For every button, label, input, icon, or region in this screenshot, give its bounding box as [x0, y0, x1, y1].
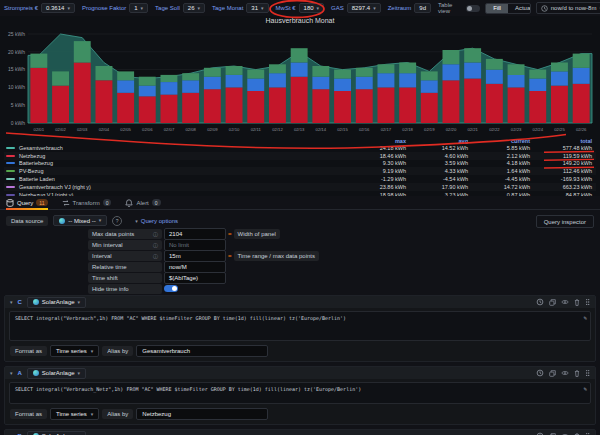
bar-segment-netzbezug: [529, 91, 546, 123]
copy-icon[interactable]: [549, 370, 556, 377]
x-axis-tick-label: 02/26: [576, 127, 587, 132]
edit-pencil-icon[interactable]: ✎: [583, 314, 587, 321]
x-axis-tick-label: 02/13: [294, 127, 305, 132]
query-card-c: ▾CSolarAnlage▾SELECT integral("Verbrauch…: [4, 295, 596, 362]
alias-input[interactable]: Gesamtverbrauch: [136, 345, 268, 357]
variable-value-dropdown[interactable]: 8297.4▾: [347, 3, 381, 13]
eye-icon[interactable]: [561, 299, 569, 305]
grip-icon[interactable]: [585, 369, 590, 377]
time-shift-input[interactable]: $(AblTage): [164, 272, 226, 284]
x-axis-tick-label: 02/02: [55, 127, 66, 132]
x-axis-tick-label: 02/15: [337, 127, 348, 132]
grip-icon[interactable]: [585, 298, 590, 306]
bar-segment-pv-bezug: [443, 50, 460, 64]
variable-value-dropdown[interactable]: 180▾: [299, 3, 325, 13]
query-card-header[interactable]: ▾BSolarAnlage▾: [5, 430, 595, 435]
query-options-toggle[interactable]: ▾ Query options: [135, 218, 178, 224]
query-inspector-button[interactable]: Query inspector: [536, 215, 594, 228]
tab-alert[interactable]: Alert0: [125, 196, 160, 209]
series-name[interactable]: Gesamtverbrauch VJ (right y): [19, 184, 348, 190]
sql-query-input[interactable]: SELECT integral("Verbrauch",1h) FROM "AC…: [9, 311, 591, 341]
series-name[interactable]: Batterie Laden: [19, 176, 348, 182]
table-view-toggle[interactable]: [466, 5, 480, 12]
series-name[interactable]: PV-Bezug: [19, 168, 348, 174]
variable-value-dropdown[interactable]: 31▾: [246, 3, 268, 13]
legend-column-current[interactable]: current: [472, 138, 534, 144]
eye-icon[interactable]: [561, 370, 569, 376]
y-axis-tick-label: 10 kWh: [8, 84, 25, 90]
tab-label: Query: [17, 200, 33, 206]
legend-cell-current: 2.12 kWh: [472, 153, 534, 159]
series-color-swatch[interactable]: [6, 170, 15, 172]
format-as-value: Time series: [56, 411, 87, 417]
x-axis-tick-label: 02/19: [424, 127, 435, 132]
format-as-select[interactable]: Time series▾: [50, 408, 99, 420]
query-card-header[interactable]: ▾ASolarAnlage▾: [5, 367, 595, 379]
series-name[interactable]: Netzbezug: [19, 153, 348, 159]
legend-row: Batterie Laden-1.29 kWh-4.54 kWh-4.45 kW…: [4, 175, 596, 183]
alias-input[interactable]: Netzbezug: [136, 408, 268, 420]
variable-label: GAS: [331, 5, 344, 11]
bar-segment-pv-bezug: [226, 66, 243, 75]
series-name[interactable]: Gesamtverbrauch: [19, 145, 348, 151]
legend-cell-max: 9.19 kWh: [348, 168, 410, 174]
collapse-chevron-icon[interactable]: ▾: [10, 370, 13, 376]
tab-count-badge: 11: [36, 199, 47, 206]
copy-icon[interactable]: [549, 299, 556, 306]
query-datasource-picker[interactable]: SolarAnlage▾: [27, 368, 86, 379]
legend-cell-total: 577.48 kWh: [534, 145, 596, 151]
interval-label: Intervalⓘ: [88, 251, 162, 261]
variable-list: Strompreis €0.3614▾Prognose Faktor1▾Tage…: [4, 3, 431, 13]
series-color-swatch[interactable]: [6, 155, 15, 157]
variable-value-dropdown[interactable]: 1▾: [129, 3, 148, 13]
interval-input[interactable]: 15m: [164, 250, 226, 262]
tab-transform[interactable]: Transform0: [62, 196, 112, 209]
trash-icon[interactable]: [574, 370, 580, 377]
max-data-points-input[interactable]: 2104: [164, 228, 226, 240]
series-color-swatch[interactable]: [6, 162, 15, 164]
hide-time-info-toggle[interactable]: [164, 285, 178, 292]
variable-label: Tage Soll: [155, 5, 180, 11]
tab-query[interactable]: Query11: [6, 196, 48, 209]
variable-value-dropdown[interactable]: 26▾: [183, 3, 205, 13]
bell-icon: [125, 199, 133, 207]
equals-indicator: =: [228, 231, 232, 237]
query-card-header[interactable]: ▾CSolarAnlage▾: [5, 296, 595, 308]
series-color-swatch[interactable]: [6, 147, 15, 149]
help-icon[interactable]: ?: [112, 216, 122, 226]
variable-label: Zeitraum: [388, 5, 412, 11]
query-datasource-picker[interactable]: SolarAnlage▾: [27, 297, 86, 308]
x-axis-tick-label: 02/11: [251, 127, 262, 132]
time-range-text: now/d to now-8m: [551, 5, 597, 11]
datasource-picker[interactable]: -- Mixed -- ▾: [53, 215, 107, 226]
series-color-swatch[interactable]: [6, 186, 15, 188]
legend-column-total[interactable]: total: [534, 138, 596, 144]
consumption-chart[interactable]: 0 kWh5 kWh10 kWh15 kWh20 kWh25 kWh02/010…: [0, 26, 600, 138]
bar-segment-pv-bezug: [74, 41, 91, 62]
y-axis-tick-label: 5 kWh: [11, 102, 25, 108]
chevron-down-icon: ▾: [135, 218, 138, 224]
history-icon[interactable]: [536, 369, 544, 377]
series-name[interactable]: Batteriebezug: [19, 160, 348, 166]
trash-icon[interactable]: [574, 299, 580, 306]
legend-column-avg[interactable]: avg: [410, 138, 472, 144]
bar-segment-netzbezug: [139, 96, 156, 123]
variable-value-dropdown[interactable]: 0.3614▾: [41, 3, 75, 13]
legend-column-max[interactable]: max: [348, 138, 410, 144]
min-interval-input[interactable]: No limit: [164, 239, 226, 251]
query-datasource-picker[interactable]: SolarAnlage▾: [27, 431, 86, 435]
variable-value-dropdown[interactable]: 9d: [414, 3, 431, 13]
history-icon[interactable]: [536, 298, 544, 306]
series-color-swatch[interactable]: [6, 178, 15, 180]
collapse-chevron-icon[interactable]: ▾: [10, 299, 13, 305]
sql-query-input[interactable]: SELECT integral("Verbrauch_Netz",1h) FRO…: [9, 382, 591, 404]
format-as-select[interactable]: Time series▾: [50, 345, 99, 357]
edit-pencil-icon[interactable]: ✎: [583, 385, 587, 392]
fill-button[interactable]: Fill: [486, 4, 508, 13]
variable-toolbar: Strompreis €0.3614▾Prognose Faktor1▾Tage…: [0, 0, 600, 16]
relative-time-input[interactable]: now/M: [164, 261, 226, 273]
legend-cell-max: -1.29 kWh: [348, 176, 410, 182]
actual-button[interactable]: Actual: [508, 4, 531, 13]
variable-label: Strompreis €: [4, 5, 38, 11]
time-range-picker[interactable]: now/d to now-8m CET ▾: [536, 2, 600, 14]
